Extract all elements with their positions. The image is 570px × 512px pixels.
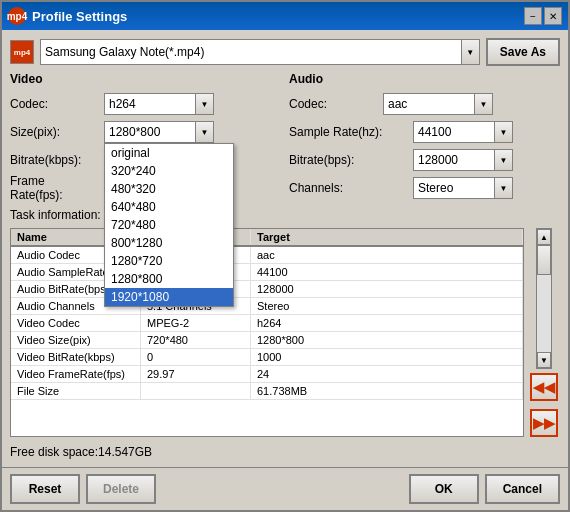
table-row: Video FrameRate(fps) 29.97 24 [11, 366, 523, 383]
audio-samplerate-select[interactable]: 44100 ▼ [413, 121, 513, 143]
table-cell-target: 44100 [251, 264, 523, 280]
table-cell-target: h264 [251, 315, 523, 331]
side-controls: ▲ ▼ ◀◀ ▶▶ [528, 228, 560, 437]
audio-samplerate-row: Sample Rate(hz): 44100 ▼ [289, 120, 560, 144]
table-row: Video BitRate(kbps) 0 1000 [11, 349, 523, 366]
nav-buttons: ◀◀ ▶▶ [528, 373, 560, 437]
profile-dropdown-arrow[interactable]: ▼ [461, 40, 479, 64]
scroll-up-button[interactable]: ▲ [537, 229, 551, 245]
table-row: File Size 61.738MB [11, 383, 523, 400]
video-codec-label: Codec: [10, 97, 100, 111]
table-cell-name: Video FrameRate(fps) [11, 366, 141, 382]
window-icon: mp4 [8, 7, 26, 25]
scroll-down-button[interactable]: ▼ [537, 352, 551, 368]
scrollbar[interactable]: ▲ ▼ [536, 228, 552, 369]
video-framerate-label: Frame Rate(fps): [10, 174, 100, 202]
audio-codec-select[interactable]: aac ▼ [383, 93, 493, 115]
audio-bitrate-select[interactable]: 128000 ▼ [413, 149, 513, 171]
table-row: Audio SampleRate(hz) 48000 44100 [11, 264, 523, 281]
size-option-800x1280[interactable]: 800*1280 [105, 234, 233, 252]
next-nav-button[interactable]: ▶▶ [530, 409, 558, 437]
table-area: Name Current Target Audio Codec AC3 aac … [10, 228, 560, 437]
table-cell-name: Video Size(pix) [11, 332, 141, 348]
audio-channels-value: Stereo [414, 181, 494, 195]
save-as-button[interactable]: Save As [486, 38, 560, 66]
size-option-480x320[interactable]: 480*320 [105, 180, 233, 198]
audio-channels-label: Channels: [289, 181, 409, 195]
table-cell-current: 0 [141, 349, 251, 365]
scroll-thumb[interactable] [537, 245, 551, 275]
free-disk-info: Free disk space:14.547GB [10, 445, 560, 459]
minimize-button[interactable]: − [524, 7, 542, 25]
cancel-button[interactable]: Cancel [485, 474, 560, 504]
window-content: mp4 Samsung Galaxy Note(*.mp4) ▼ Save As… [2, 30, 568, 467]
table-cell-target: aac [251, 247, 523, 263]
audio-channels-arrow[interactable]: ▼ [494, 178, 512, 198]
video-panel-title: Video [10, 72, 281, 86]
video-panel: Video Codec: h264 ▼ Size(pix): 1280*800 … [10, 72, 281, 200]
task-info: Task information: "Ch [10, 208, 560, 222]
profile-settings-window: mp4 Profile Settings − ✕ mp4 Samsung Gal… [0, 0, 570, 512]
video-size-arrow[interactable]: ▼ [195, 122, 213, 142]
audio-bitrate-arrow[interactable]: ▼ [494, 150, 512, 170]
size-option-320x240[interactable]: 320*240 [105, 162, 233, 180]
audio-codec-arrow[interactable]: ▼ [474, 94, 492, 114]
audio-samplerate-value: 44100 [414, 125, 494, 139]
table-cell-target: 24 [251, 366, 523, 382]
free-disk-text: Free disk space:14.547GB [10, 445, 152, 459]
audio-codec-label: Codec: [289, 97, 379, 111]
audio-bitrate-label: Bitrate(bps): [289, 153, 409, 167]
size-option-original[interactable]: original [105, 144, 233, 162]
video-size-label: Size(pix): [10, 125, 100, 139]
audio-channels-row: Channels: Stereo ▼ [289, 176, 560, 200]
delete-button[interactable]: Delete [86, 474, 156, 504]
audio-samplerate-arrow[interactable]: ▼ [494, 122, 512, 142]
audio-panel: Audio Codec: aac ▼ Sample Rate(hz): 4410… [289, 72, 560, 200]
video-codec-select[interactable]: h264 ▼ [104, 93, 214, 115]
size-option-1280x800[interactable]: 1280*800 [105, 270, 233, 288]
reset-button[interactable]: Reset [10, 474, 80, 504]
ok-button[interactable]: OK [409, 474, 479, 504]
table-cell-current [141, 383, 251, 399]
table-cell-target: 61.738MB [251, 383, 523, 399]
table-row: Audio Codec AC3 aac [11, 247, 523, 264]
audio-channels-select[interactable]: Stereo ▼ [413, 177, 513, 199]
size-option-720x480[interactable]: 720*480 [105, 216, 233, 234]
table-cell-target: 128000 [251, 281, 523, 297]
profile-value: Samsung Galaxy Note(*.mp4) [41, 45, 461, 59]
size-option-1280x720[interactable]: 1280*720 [105, 252, 233, 270]
video-size-dropdown-open[interactable]: original 320*240 480*320 640*480 720*480… [104, 143, 234, 307]
close-button[interactable]: ✕ [544, 7, 562, 25]
video-codec-value: h264 [105, 97, 195, 111]
audio-codec-row: Codec: aac ▼ [289, 92, 560, 116]
bottom-bar: Reset Delete OK Cancel [2, 467, 568, 510]
table-header: Name Current Target [11, 229, 523, 247]
bottom-right-buttons: OK Cancel [409, 474, 560, 504]
table-cell-target: Stereo [251, 298, 523, 314]
video-size-value: 1280*800 [105, 125, 195, 139]
size-option-1920x1080[interactable]: 1920*1080 [105, 288, 233, 306]
video-size-select[interactable]: 1280*800 ▼ [104, 121, 214, 143]
table-cell-name: Video Codec [11, 315, 141, 331]
table-cell-current: MPEG-2 [141, 315, 251, 331]
title-bar: mp4 Profile Settings − ✕ [2, 2, 568, 30]
audio-bitrate-row: Bitrate(bps): 128000 ▼ [289, 148, 560, 172]
audio-panel-title: Audio [289, 72, 560, 86]
table-cell-name: File Size [11, 383, 141, 399]
prev-nav-button[interactable]: ◀◀ [530, 373, 558, 401]
video-codec-row: Codec: h264 ▼ [10, 92, 281, 116]
table-row: Audio BitRate(bps) 0 128000 [11, 281, 523, 298]
size-option-640x480[interactable]: 640*480 [105, 198, 233, 216]
video-codec-arrow[interactable]: ▼ [195, 94, 213, 114]
scroll-track [537, 245, 551, 352]
video-size-row: Size(pix): 1280*800 ▼ original 320*240 4… [10, 120, 281, 144]
table-row: Video Codec MPEG-2 h264 [11, 315, 523, 332]
window-title: Profile Settings [32, 9, 524, 24]
bottom-left-buttons: Reset Delete [10, 474, 156, 504]
table-row: Audio Channels 5.1 Channels Stereo [11, 298, 523, 315]
title-bar-buttons: − ✕ [524, 7, 562, 25]
profile-select[interactable]: Samsung Galaxy Note(*.mp4) ▼ [40, 39, 480, 65]
table-row: Video Size(pix) 720*480 1280*800 [11, 332, 523, 349]
audio-codec-value: aac [384, 97, 474, 111]
table-cell-name: Video BitRate(kbps) [11, 349, 141, 365]
